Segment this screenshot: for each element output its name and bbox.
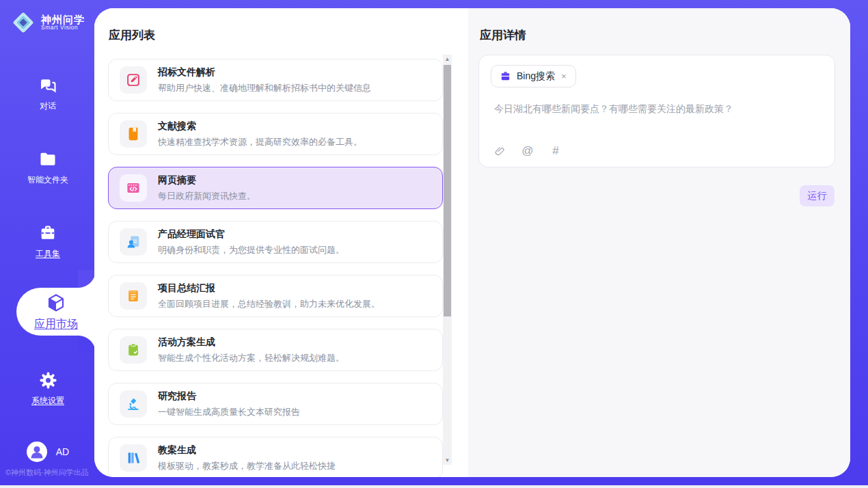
scroll-down-arrow-icon[interactable]: ▼ [443,456,452,465]
app-list-item-literature-search[interactable]: 文献搜索 快速精准查找学术资源，提高研究效率的必备工具。 [108,113,443,155]
sidebar-item-app-market[interactable]: 应用市场 [16,288,96,336]
sidebar-item-label: 智能文件夹 [27,174,68,186]
app-item-subtitle: 帮助用户快速、准确地理解和解析招标书中的关键信息 [158,82,371,94]
app-item-title: 文献搜索 [158,120,362,133]
input-toolbar: @ # [493,144,562,158]
scrollbar-thumb[interactable] [444,65,451,316]
app-list-item-project-summary[interactable]: 项目总结汇报 全面回顾项目进展，总结经验教训，助力未来优化发展。 [108,275,443,317]
app-item-subtitle: 全面回顾项目进展，总结经验教训，助力未来优化发展。 [158,298,380,310]
cube-icon [46,293,66,313]
app-item-title: 教案生成 [158,444,336,457]
app-item-title: 产品经理面试官 [158,228,344,241]
prompt-card: Bing搜索 × 今日湖北有哪些新闻要点？有哪些需要关注的最新政策？ @ # [478,55,835,167]
app-item-title: 招标文件解析 [158,66,371,79]
sidebar-item-settings[interactable]: 系统设置 [0,370,96,407]
logo-diamond-icon [11,10,36,35]
run-button[interactable]: 运行 [800,185,835,206]
sidebar-item-label: 对话 [40,100,56,112]
app-detail-panel: 应用详情 Bing搜索 × 今日湖北有哪些新闻要点？有哪些需要关注的最新政策？ [468,8,850,477]
app-detail-title: 应用详情 [480,27,526,43]
sidebar: 神州问学 Smart Vision 对话 智能文件夹 [0,0,96,485]
app-item-title: 网页摘要 [158,174,256,187]
main-panel: 应用列表 招标文件解析 帮助用户快速、准确地理解和解析招标书中的关键信息 [94,8,850,477]
app-list-panel: 应用列表 招标文件解析 帮助用户快速、准确地理解和解析招标书中的关键信息 [94,8,468,477]
app-tagline: Smart Vision [41,25,85,31]
tool-tag-label: Bing搜索 [517,70,555,83]
app-list-item-web-summary[interactable]: 网页摘要 每日政府新闻资讯快查。 [108,167,443,209]
attachment-icon[interactable] [493,144,506,158]
avatar [27,442,47,462]
microscope-icon [120,390,147,418]
app-list-item-bid-parse[interactable]: 招标文件解析 帮助用户快速、准确地理解和解析招标书中的关键信息 [108,59,443,101]
toolbox-icon [38,223,58,243]
briefcase-icon [500,70,511,82]
book-icon [120,120,147,148]
app-item-title: 研究报告 [158,390,300,403]
sidebar-item-smart-folder[interactable]: 智能文件夹 [0,149,96,186]
app-item-subtitle: 每日政府新闻资讯快查。 [158,190,256,202]
app-item-subtitle: 模板驱动，教案秒成，教学准备从此轻松快捷 [158,460,336,472]
app-list-item-pm-interviewer[interactable]: 产品经理面试官 明确身份和职责，为您提供专业性的面试问题。 [108,221,443,263]
books-icon [120,444,147,472]
mention-icon[interactable]: @ [521,144,534,158]
close-icon[interactable]: × [560,71,567,81]
app-title: 神州问学 [41,14,85,25]
app-item-subtitle: 一键智能生成高质量长文本研究报告 [158,406,300,418]
app-item-subtitle: 智能生成个性化活动方案，轻松解决规划难题。 [158,352,344,364]
sidebar-item-label: 应用市场 [34,317,78,331]
copyright-footer: ©神州数码·神州问学出品 [5,467,96,478]
window-bottom-edge [0,485,868,488]
sidebar-item-chat[interactable]: 对话 [0,75,96,112]
sidebar-item-label: 工具集 [36,248,60,260]
app-item-title: 项目总结汇报 [158,282,380,295]
hash-icon[interactable]: # [549,144,562,158]
app-list-scrollbar[interactable]: ▲ ▼ [443,55,452,465]
app-item-subtitle: 快速精准查找学术资源，提高研究效率的必备工具。 [158,136,362,148]
folder-icon [38,149,58,170]
app-list-item-event-plan[interactable]: 活动方案生成 智能生成个性化活动方案，轻松解决规划难题。 [108,329,443,371]
app-list-title: 应用列表 [109,27,155,43]
app-logo: 神州问学 Smart Vision [0,10,96,35]
chat-icon [38,75,58,96]
user-name: AD [56,446,69,457]
note-icon [120,282,147,310]
tool-tag-bing-search[interactable]: Bing搜索 × [491,65,576,87]
clipboard-check-icon [120,336,147,364]
app-item-title: 活动方案生成 [158,336,344,349]
app-list-item-research-report[interactable]: 研究报告 一键智能生成高质量长文本研究报告 [108,383,443,425]
browser-code-icon [120,174,147,202]
gear-icon [38,370,58,390]
pen-square-icon [120,66,147,94]
sidebar-item-toolbox[interactable]: 工具集 [0,223,96,260]
user-account[interactable]: AD [0,442,96,462]
app-list-item-lesson-plan[interactable]: 教案生成 模板驱动，教案秒成，教学准备从此轻松快捷 [108,437,443,477]
sidebar-item-label: 系统设置 [31,395,64,407]
app-item-subtitle: 明确身份和职责，为您提供专业性的面试问题。 [158,244,344,256]
interviewer-icon [120,228,147,256]
prompt-input[interactable]: 今日湖北有哪些新闻要点？有哪些需要关注的最新政策？ [494,103,815,116]
scroll-up-arrow-icon[interactable]: ▲ [443,55,452,64]
